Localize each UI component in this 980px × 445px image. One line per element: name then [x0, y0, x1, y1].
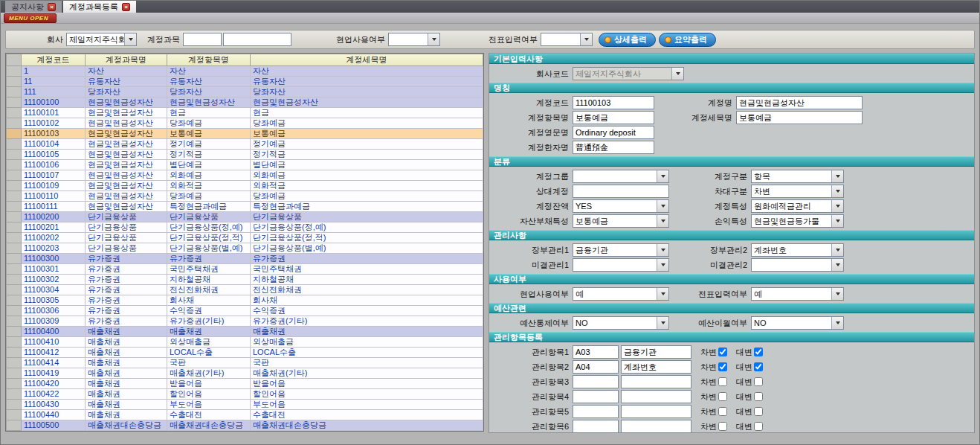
row-selector[interactable]: [7, 191, 22, 202]
cell-detail-name[interactable]: 수출대전: [251, 410, 483, 420]
grid-row[interactable]: 11유동자산유동자산유동자산: [7, 77, 483, 87]
cell-item-name[interactable]: LOCAL수출: [167, 348, 251, 358]
cell-item-name[interactable]: 할인어음: [167, 389, 251, 400]
asset-liability-trait-select[interactable]: 보통예금: [573, 214, 669, 228]
cell-account-code[interactable]: 111: [22, 87, 86, 97]
cell-item-name[interactable]: 현금및현금성자산: [167, 97, 251, 108]
row-selector[interactable]: [7, 66, 22, 77]
row-selector[interactable]: [7, 150, 22, 160]
account-division-select[interactable]: 항목: [751, 170, 844, 183]
mgmt-item-name-input[interactable]: [621, 345, 692, 359]
cell-detail-name[interactable]: 외화예금: [251, 170, 483, 181]
book-management1-select[interactable]: 금융기관: [573, 243, 669, 257]
cell-detail-name[interactable]: 단기금융상품: [251, 212, 483, 222]
grid-row[interactable]: 11100101현금및현금성자산현금현금: [7, 108, 483, 118]
grid-row[interactable]: 11100300유가증권유가증권유가증권: [7, 254, 483, 264]
cell-detail-name[interactable]: 외상매출금: [251, 337, 483, 348]
grid-row[interactable]: 1자산자산자산: [7, 66, 483, 77]
cell-account-code[interactable]: 11100100: [22, 97, 86, 108]
credit-checkbox[interactable]: [754, 392, 763, 401]
grid-row[interactable]: 11100105현금및현금성자산정기적금정기적금: [7, 150, 483, 160]
row-selector[interactable]: [7, 306, 22, 316]
row-selector[interactable]: [7, 243, 22, 254]
cell-account-code[interactable]: 11100104: [22, 139, 86, 150]
tab-notice[interactable]: 공지사항 ×: [5, 1, 62, 13]
cell-detail-name[interactable]: 정기예금: [251, 139, 483, 150]
cell-detail-name[interactable]: 현금: [251, 108, 483, 118]
cell-item-name[interactable]: 회사채: [167, 295, 251, 306]
cell-account-name[interactable]: 유가증권: [86, 295, 167, 306]
cell-item-name[interactable]: 수익증권: [167, 306, 251, 316]
account-group-select[interactable]: [573, 170, 669, 183]
row-selector[interactable]: [7, 77, 22, 87]
cell-account-code[interactable]: 11100400: [22, 327, 86, 337]
cell-account-name[interactable]: 현금및현금성자산: [86, 170, 167, 181]
debit-checkbox[interactable]: [718, 377, 727, 386]
cell-detail-name[interactable]: 수익증권: [251, 306, 483, 316]
cell-account-name[interactable]: 매출채권: [86, 379, 167, 389]
pending-management2-select[interactable]: [751, 258, 844, 272]
row-selector[interactable]: [7, 420, 22, 431]
cell-detail-name[interactable]: 당좌예금: [251, 191, 483, 202]
cell-account-code[interactable]: 1: [22, 66, 86, 77]
cell-account-name[interactable]: 현금및현금성자산: [86, 150, 167, 160]
cell-item-name[interactable]: 당좌예금: [167, 191, 251, 202]
debit-checkbox[interactable]: [718, 422, 727, 431]
cell-item-name[interactable]: 자산: [167, 66, 251, 77]
row-selector[interactable]: [7, 212, 22, 222]
credit-checkbox[interactable]: [754, 362, 763, 371]
cell-detail-name[interactable]: 전신전화채권: [251, 285, 483, 295]
cell-account-code[interactable]: 11100200: [22, 212, 86, 222]
grid-row[interactable]: 11100100현금및현금성자산현금및현금성자산현금및현금성자산: [7, 97, 483, 108]
mgmt-item-name-input[interactable]: [621, 405, 692, 418]
cell-account-name[interactable]: 당좌자산: [86, 87, 167, 97]
cell-account-name[interactable]: 매출채권대손충당금: [86, 420, 167, 431]
cell-detail-name[interactable]: 별단예금: [251, 160, 483, 170]
mgmt-item-name-input[interactable]: [621, 360, 692, 374]
grid-row[interactable]: 11100200단기금융상품단기금융상품단기금융상품: [7, 212, 483, 222]
cell-account-code[interactable]: 11: [22, 77, 86, 87]
account-code-input[interactable]: [573, 96, 654, 109]
cell-account-name[interactable]: 매출채권: [86, 348, 167, 358]
debit-checkbox[interactable]: [718, 362, 727, 371]
cell-account-code[interactable]: 11100309: [22, 316, 86, 327]
cell-account-name[interactable]: 유가증권: [86, 306, 167, 316]
grid-header-detail-name[interactable]: 계정세목명: [251, 54, 483, 66]
cell-account-name[interactable]: 단기금융상품: [86, 243, 167, 254]
grid-row[interactable]: 11100304유가증권전신전화채권전신전화채권: [7, 285, 483, 295]
grid-row[interactable]: 11100107현금및현금성자산외화예금외화예금: [7, 170, 483, 181]
cell-account-code[interactable]: 11100101: [22, 108, 86, 118]
credit-checkbox[interactable]: [754, 407, 763, 416]
cell-account-name[interactable]: 유가증권: [86, 285, 167, 295]
row-selector[interactable]: [7, 358, 22, 368]
cell-detail-name[interactable]: 매출채권(기타): [251, 368, 483, 379]
account-trait-select[interactable]: 원화예적금관리: [751, 199, 844, 213]
cell-detail-name[interactable]: 단기금융상품(별,예): [251, 243, 483, 254]
cell-detail-name[interactable]: 보통예금: [251, 129, 483, 139]
cell-detail-name[interactable]: 유동자산: [251, 77, 483, 87]
grid-row[interactable]: 11100419매출채권매출채권(기타)매출채권(기타): [7, 368, 483, 379]
cell-detail-name[interactable]: 국판: [251, 358, 483, 368]
grid-row[interactable]: 11100500매출채권대손충당금매출채권대손충당금매출채권대손충당금: [7, 420, 483, 431]
cell-account-name[interactable]: 유동자산: [86, 77, 167, 87]
grid-row[interactable]: 11100301유가증권국민주택채권국민주택채권: [7, 264, 483, 275]
cell-detail-name[interactable]: 받을어음: [251, 379, 483, 389]
mgmt-item-name-input[interactable]: [621, 375, 692, 388]
cell-item-name[interactable]: 외화예금: [167, 170, 251, 181]
cell-item-name[interactable]: 유동자산: [167, 77, 251, 87]
cell-account-code[interactable]: 11100103: [22, 129, 86, 139]
cell-item-name[interactable]: 당좌자산: [167, 87, 251, 97]
slip-input-filter-select[interactable]: [541, 33, 593, 46]
cell-account-code[interactable]: 11100107: [22, 170, 86, 181]
hanja-name-input[interactable]: [573, 141, 654, 154]
row-selector[interactable]: [7, 264, 22, 275]
cell-account-name[interactable]: 현금및현금성자산: [86, 160, 167, 170]
cell-detail-name[interactable]: 회사채: [251, 295, 483, 306]
cell-item-name[interactable]: 외화적금: [167, 181, 251, 191]
grid-header-account-code[interactable]: 계정코드: [22, 54, 86, 66]
grid-row[interactable]: 11100309유가증권유가증권(기타)유가증권(기타): [7, 316, 483, 327]
close-tab-icon[interactable]: ×: [122, 3, 130, 11]
cell-account-name[interactable]: 매출채권: [86, 337, 167, 348]
cell-detail-name[interactable]: 현금및현금성자산: [251, 97, 483, 108]
row-selector[interactable]: [7, 337, 22, 348]
